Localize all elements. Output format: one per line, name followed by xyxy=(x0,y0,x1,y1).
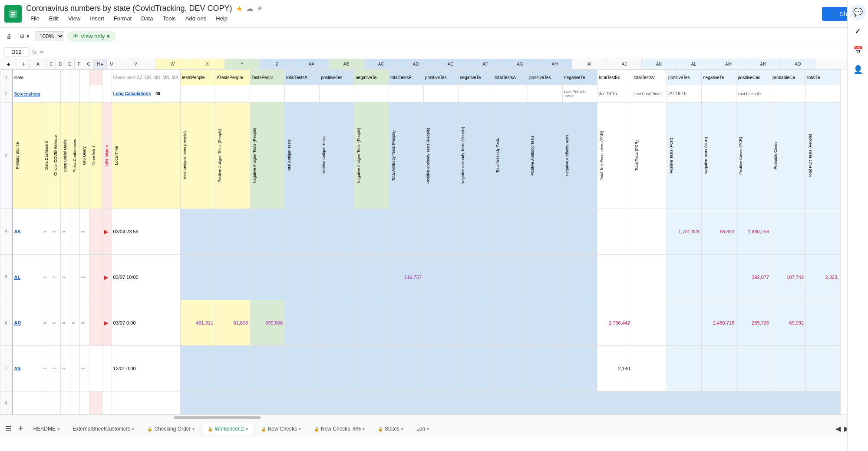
cell-g4[interactable]: ✏ xyxy=(79,209,89,254)
drive-icon[interactable]: ☁ xyxy=(246,4,253,13)
tab-external[interactable]: ExternalSheetCustomers ▾ xyxy=(66,423,141,434)
cell-d5[interactable]: ✏ xyxy=(51,254,60,300)
col-AA[interactable]: AA xyxy=(294,59,329,69)
col-AI[interactable]: AI xyxy=(572,59,607,69)
cell-urlwatch-5[interactable]: ▶ xyxy=(102,254,112,300)
menu-tools[interactable]: Tools xyxy=(158,13,180,23)
tab-newcheckspct-menu[interactable]: ▾ xyxy=(363,427,365,431)
col-AE[interactable]: AE xyxy=(433,59,468,69)
tab-readme[interactable]: README ▾ xyxy=(27,423,66,434)
tab-states-menu[interactable]: ▾ xyxy=(401,427,403,431)
col-X[interactable]: X xyxy=(190,59,225,69)
tab-lon[interactable]: Lon ▾ xyxy=(410,423,436,434)
col-C[interactable]: C xyxy=(47,59,56,69)
tab-nav-left-button[interactable]: ◀ xyxy=(834,423,842,434)
cell-e6[interactable]: ✏ xyxy=(60,300,70,346)
col-Y[interactable]: Y xyxy=(225,59,260,69)
cell-a7[interactable]: AS xyxy=(13,346,42,391)
col-U[interactable]: U xyxy=(107,59,116,69)
col-AL[interactable]: AL xyxy=(677,59,711,69)
sidebar-calendar-icon[interactable]: 📅 xyxy=(850,43,866,58)
col-AK[interactable]: AK xyxy=(642,59,677,69)
col-AG[interactable]: AG xyxy=(503,59,538,69)
cell-d4[interactable]: ✏ xyxy=(51,209,60,254)
pencil-d7[interactable]: ✏ xyxy=(53,366,56,371)
cell-e4[interactable]: ✏ xyxy=(60,209,70,254)
pencil-e7[interactable]: ✏ xyxy=(62,366,66,371)
col-AO[interactable]: AO xyxy=(781,59,815,69)
cell-f6[interactable]: ✏ xyxy=(70,300,79,346)
menu-edit[interactable]: Edit xyxy=(45,13,63,23)
state-ar[interactable]: AR xyxy=(14,320,21,325)
pencil-c4[interactable]: ✏ xyxy=(43,229,47,234)
cell-d6[interactable]: ✏ xyxy=(51,300,60,346)
tab-external-menu[interactable]: ▾ xyxy=(132,427,134,431)
cell-a1[interactable]: state xyxy=(13,70,42,85)
sidebar-tasks-icon[interactable]: ✓ xyxy=(850,23,866,39)
sidebar-contacts-icon[interactable]: 👤 xyxy=(850,62,866,77)
cell-d7[interactable]: ✏ xyxy=(51,346,60,391)
state-ak[interactable]: AK xyxy=(14,229,21,234)
pencil-g4[interactable]: ✏ xyxy=(81,229,85,234)
star-icon[interactable]: ★ xyxy=(236,4,243,13)
tab-checking-menu[interactable]: ▾ xyxy=(192,427,195,431)
cell-c6[interactable]: ✏ xyxy=(42,300,51,346)
col-AD[interactable]: AD xyxy=(399,59,433,69)
pencil-g7[interactable]: ✏ xyxy=(81,366,85,371)
tab-lon-menu[interactable]: ▾ xyxy=(427,427,429,431)
cell-g7[interactable]: ✏ xyxy=(79,346,89,391)
cell-reference-input[interactable] xyxy=(3,47,30,56)
sidebar-chat-icon[interactable]: 💬 xyxy=(850,4,866,20)
filter-button[interactable]: ⚙ ▾ xyxy=(17,31,32,41)
menu-insert[interactable]: Insert xyxy=(86,13,109,23)
cell-c4[interactable]: ✏ xyxy=(42,209,51,254)
col-V[interactable]: V xyxy=(116,59,155,69)
print-button[interactable]: 🖨 xyxy=(3,31,14,41)
state-al[interactable]: AL xyxy=(14,275,21,280)
pencil-c5[interactable]: ✏ xyxy=(43,275,47,280)
view-only-button[interactable]: 👁 View only ▾ xyxy=(67,31,116,42)
cell-a6[interactable]: AR xyxy=(13,300,42,346)
cell-c7[interactable]: ✏ xyxy=(42,346,51,391)
pencil-e4[interactable]: ✏ xyxy=(62,229,66,234)
tab-newchecks[interactable]: 🔒 New Checks ▾ xyxy=(254,423,307,434)
tab-checking[interactable]: 🔒 Checking Order ▾ xyxy=(141,423,201,434)
pencil-g5[interactable]: ✏ xyxy=(81,275,85,280)
tab-newchecks-menu[interactable]: ▾ xyxy=(299,427,301,431)
pencil-c6[interactable]: ✏ xyxy=(43,321,47,325)
pencil-e5[interactable]: ✏ xyxy=(62,275,66,280)
pencil-d5[interactable]: ✏ xyxy=(53,275,56,280)
col-F[interactable]: F xyxy=(75,59,84,69)
cell-c5[interactable]: ✏ xyxy=(42,254,51,300)
col-AN[interactable]: AN xyxy=(746,59,781,69)
col-AC[interactable]: AC xyxy=(364,59,399,69)
cell-urlwatch-6[interactable]: ▶ xyxy=(102,300,112,346)
pencil-f6[interactable]: ✏ xyxy=(72,321,75,325)
tab-newcheckspct[interactable]: 🔒 New Checks %% ▾ xyxy=(307,423,371,434)
cell-a5[interactable]: AL xyxy=(13,254,42,300)
cell-e5[interactable]: ✏ xyxy=(60,254,70,300)
pencil-d4[interactable]: ✏ xyxy=(53,229,56,234)
cell-g6[interactable]: ✏ xyxy=(79,300,89,346)
col-E[interactable]: E xyxy=(65,59,75,69)
col-AM[interactable]: AM xyxy=(711,59,746,69)
pencil-e6[interactable]: ✏ xyxy=(62,321,66,325)
state-as[interactable]: AS xyxy=(14,366,21,371)
formula-input[interactable] xyxy=(46,48,865,56)
pencil-c7[interactable]: ✏ xyxy=(43,366,47,371)
tab-worksheet2[interactable]: 🔒 Worksheet 2 ▾ xyxy=(201,423,254,434)
tab-readme-menu[interactable]: ▾ xyxy=(57,427,59,431)
formula-edit-icon[interactable]: ✏ xyxy=(40,49,44,55)
col-AH[interactable]: AH xyxy=(538,59,572,69)
tab-states[interactable]: 🔒 States ▾ xyxy=(371,423,410,434)
add-col-icon[interactable]: + xyxy=(7,61,10,68)
menu-file[interactable]: File xyxy=(26,13,44,23)
col-H[interactable]: H ▸ xyxy=(94,59,107,69)
add-row-icon[interactable]: + xyxy=(21,60,25,67)
col-D[interactable]: D xyxy=(56,59,65,69)
zoom-select[interactable]: 100% 75% 125% xyxy=(35,31,64,41)
cell-g5[interactable]: ✏ xyxy=(79,254,89,300)
horizontal-scrollbar[interactable] xyxy=(0,415,868,420)
add-sheet-button[interactable]: + xyxy=(15,422,27,435)
tab-worksheet2-menu[interactable]: ▾ xyxy=(246,427,248,431)
